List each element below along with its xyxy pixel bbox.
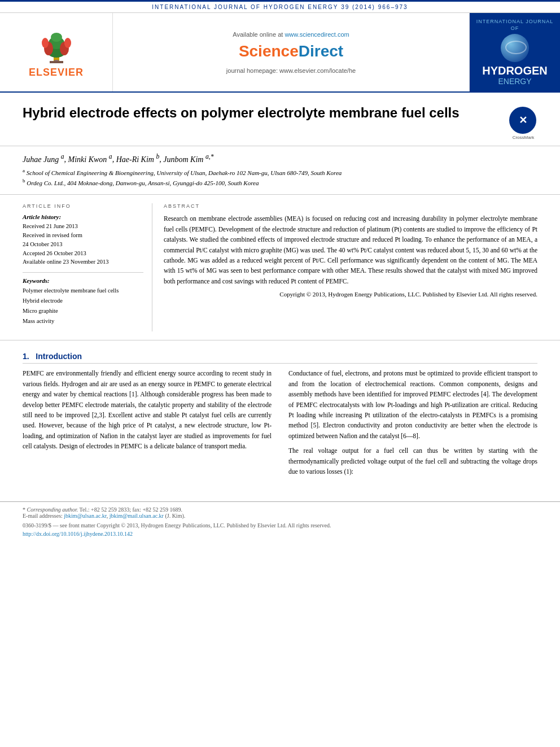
email2-link[interactable]: jbkim@mail.ulsan.ac.kr [110,513,164,519]
keyword-2: Hybrid electrode [23,296,143,306]
center-header: Available online at www.sciencedirect.co… [113,13,470,91]
email-addresses-label: E-mail addresses: [23,513,64,519]
journal-bar: INTERNATIONAL JOURNAL OF HYDROGEN ENERGY… [0,0,560,13]
keyword-3: Micro graphite [23,306,143,316]
elsevier-wordmark: ELSEVIER [29,67,84,78]
affiliation-a: a School of Chemical Engineering & Bioen… [23,168,537,176]
section1-right-text-1: Conductance of fuel, electrons, and prot… [288,368,537,441]
authors-section: Juhae Jung a, Minki Kwon a, Hae-Ri Kim b… [0,146,560,195]
elsevier-tree-icon [28,26,85,64]
article-title: Hybrid electrode effects on polymer elec… [23,104,498,121]
section1-label: Introduction [36,352,82,361]
available-date: Available online 23 November 2013 [23,257,143,267]
revised-label: Received in revised form [23,231,143,240]
section1-columns: PEMFC are environmentally friendly and e… [23,368,537,481]
crossmark-label: CrossMark [509,135,537,140]
email1-link[interactable]: jbkim@ulsan.ac.kr [64,513,106,519]
header-area: ELSEVIER Available online at www.science… [0,13,560,93]
svg-point-7 [64,38,71,48]
right-logo-energy: ENERGY [475,77,554,86]
corresponding-author-label: * Corresponding author. Tel.: +82 52 259… [23,506,182,513]
accepted-date: Accepted 26 October 2013 [23,249,143,258]
journal-homepage: journal homepage: www.elsevier.com/locat… [226,67,356,74]
keywords-section: Keywords: Polymer electrolyte membrane f… [23,277,143,326]
keyword-1: Polymer electrolyte membrane fuel cells [23,286,143,296]
revised-date: 24 October 2013 [23,240,143,249]
svg-point-6 [42,38,49,48]
section1-col-left: PEMFC are environmentally friendly and e… [23,368,272,481]
divider [23,272,143,273]
issn-line: 0360-3199/$ — see front matter Copyright… [0,521,560,530]
abstract-section: ABSTRACT Research on membrane electrode … [164,203,537,331]
right-logo-hydrogen: HYDROGEN [475,64,554,77]
available-online-text: Available online at www.sciencedirect.co… [233,31,349,38]
doi-line: http://dx.doi.org/10.1016/j.ijhydene.201… [0,530,560,538]
article-history-title: Article history: [23,213,143,220]
right-logo-title: International Journal of [475,19,554,32]
section1-right-text-2: The real voltage output for a fuel cell … [288,445,537,477]
crossmark-icon: ✕ [509,107,536,134]
section1-left-text: PEMFC are environmentally friendly and e… [23,368,272,451]
crossmark-logo[interactable]: ✕ CrossMark [509,107,537,140]
keyword-4: Mass activity [23,316,143,326]
svg-rect-9 [50,61,63,63]
abstract-label: ABSTRACT [164,203,537,209]
section1-number: 1. [23,352,29,361]
hydrogen-globe-icon [501,34,529,62]
article-info-label: ARTICLE INFO [23,203,143,209]
doi-link[interactable]: http://dx.doi.org/10.1016/j.ijhydene.201… [23,531,133,537]
section1-col-right: Conductance of fuel, electrons, and prot… [288,368,537,481]
copyright-text: Copyright © 2013, Hydrogen Energy Public… [164,291,537,298]
journal-title: INTERNATIONAL JOURNAL OF HYDROGEN ENERGY… [152,4,408,10]
keywords-title: Keywords: [23,277,143,284]
section1-title: 1. Introduction [23,352,537,364]
abstract-text: Research on membrane electrode assemblie… [164,213,537,286]
email-suffix: (J. Kim). [165,513,185,519]
affiliation-b: b Ordeg Co. Ltd., 404 Moknae-dong, Danwo… [23,178,537,186]
received-date: Received 21 June 2013 [23,222,143,231]
section1: 1. Introduction PEMFC are environmentall… [23,352,537,481]
footer-divider [0,501,560,502]
article-title-section: Hybrid electrode effects on polymer elec… [0,93,560,146]
authors-line: Juhae Jung a, Minki Kwon a, Hae-Ri Kim b… [23,153,537,164]
elsevier-logo: ELSEVIER [0,13,113,91]
article-history: Article history: Received 21 June 2013 R… [23,213,143,267]
svg-point-3 [51,33,62,42]
keywords-list: Polymer electrolyte membrane fuel cells … [23,286,143,326]
article-info-panel: ARTICLE INFO Article history: Received 2… [23,203,152,331]
sciencedirect-url[interactable]: www.sciencedirect.com [285,31,349,38]
sciencedirect-logo: ScienceDirect [239,42,343,60]
right-logo-panel: International Journal of HYDROGEN ENERGY [470,13,560,91]
corresponding-author-footnote: * Corresponding author. Tel.: +82 52 259… [0,504,560,521]
main-body: 1. Introduction PEMFC are environmentall… [0,340,560,501]
content-section: ARTICLE INFO Article history: Received 2… [0,195,560,340]
